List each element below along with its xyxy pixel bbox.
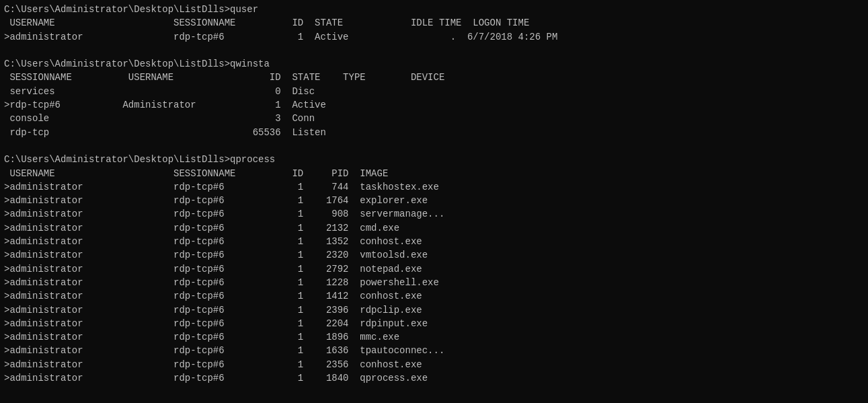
terminal-window: C:\Users\Administrator\Desktop\ListDlls>…	[4, 3, 864, 400]
